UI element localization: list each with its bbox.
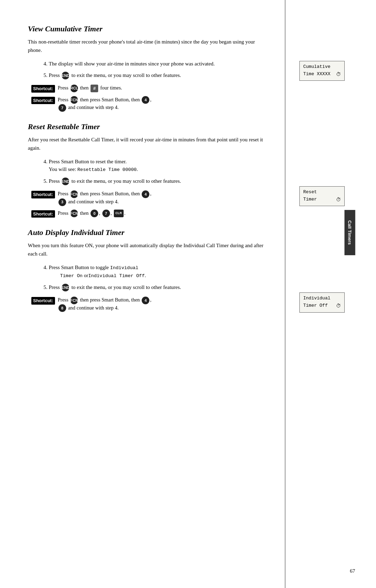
lcd-clock-icon: ⏱ <box>336 302 341 310</box>
shortcut-line: Shortcut: Press FCN then press Smart But… <box>31 296 264 312</box>
lcd-box-inner: Individual <box>303 295 341 302</box>
mono-individual-off: Individual Timer Off <box>88 273 144 279</box>
lcd-line2: Time XXXXX <box>303 71 335 78</box>
section-view-cumulative-timer: View Cumulative Timer This non-resettabl… <box>28 24 264 112</box>
rcl-key: RCL <box>70 85 78 92</box>
step-item: Press Smart Button to toggle Individual … <box>49 264 264 280</box>
lcd-box-inner: Timer Off ⏱ <box>303 302 341 310</box>
fcn-key: FCN <box>70 210 78 217</box>
section-title-individual: Auto Display Individual Timer <box>28 228 264 237</box>
section-auto-display-individual-timer: Auto Display Individual Timer When you t… <box>28 228 264 312</box>
key-4: 4 <box>142 190 149 198</box>
individual-lcd-box: Individual Timer Off ⏱ <box>299 292 345 312</box>
mono-text: Resettable Time 00000 <box>77 167 136 172</box>
shortcut-line: Shortcut: Press RCL then # four times. <box>31 84 264 93</box>
end-key: END <box>62 72 69 79</box>
fcn-key: FCN <box>70 96 78 104</box>
lcd-line1: Reset <box>303 189 341 196</box>
step-text: The display will show your air-time in m… <box>49 61 215 66</box>
key-7: 7 <box>102 210 110 217</box>
page-container: View Cumulative Timer This non-resettabl… <box>0 0 376 588</box>
step-item: Press Smart Button to reset the timer. Y… <box>49 158 264 174</box>
cumulative-lcd-box: Cumulative Time XXXXX ⏱ <box>299 61 345 81</box>
shortcut-text: Press FCN then press Smart Button, then … <box>58 296 264 312</box>
section-body-cumulative: This non-resettable timer records your p… <box>28 38 264 54</box>
key-7: 7 <box>58 104 66 112</box>
fcn-key: FCN <box>70 190 78 198</box>
shortcut-text: Press FCN then 0, 7, CLR. <box>58 210 264 218</box>
lcd-box-inner: Reset <box>303 189 341 196</box>
lcd-clock-icon: ⏱ <box>336 71 341 78</box>
section-body-reset: After you reset the Resettable Call Time… <box>28 135 264 152</box>
clr-key: CLR <box>114 210 124 217</box>
sidebar-lcd-section-individual: Individual Timer Off ⏱ <box>299 292 345 315</box>
shortcut-line: Shortcut: Press FCN then press Smart But… <box>31 96 264 112</box>
sidebar-lcd-section-reset: Reset Timer ⏱ Call Timers <box>299 186 345 209</box>
right-sidebar: Cumulative Time XXXXX ⏱ Reset Timer ⏱ <box>285 0 355 588</box>
hash-key: # <box>91 85 98 92</box>
shortcut-text: Press FCN then press Smart Button, then … <box>58 96 264 112</box>
shortcut-text: Press RCL then # four times. <box>58 84 264 92</box>
key-0: 0 <box>91 210 98 217</box>
end-key: END <box>62 178 69 185</box>
lcd-box-inner: Cumulative <box>303 63 341 71</box>
shortcut-label: Shortcut: <box>31 210 55 218</box>
shortcut-label: Shortcut: <box>31 297 55 305</box>
lcd-box-inner: Time XXXXX ⏱ <box>303 71 341 78</box>
shortcut-line: Shortcut: Press FCN then 0, 7, CLR. <box>31 210 264 218</box>
key-3: 3 <box>58 198 66 206</box>
shortcut-label: Shortcut: <box>31 191 55 198</box>
shortcut-line: Shortcut: Press FCN then press Smart But… <box>31 190 264 206</box>
shortcut-text: Press FCN then press Smart Button, then … <box>58 190 264 206</box>
main-content: View Cumulative Timer This non-resettabl… <box>0 0 285 588</box>
page-number: 67 <box>350 568 355 574</box>
key-4: 4 <box>142 297 149 304</box>
lcd-box-inner: Timer ⏱ <box>303 196 341 204</box>
section-body-individual: When you turn this feature ON, your phon… <box>28 241 264 258</box>
lcd-line2: Timer <box>303 196 335 203</box>
step-item: Press END to exit the menu, or you may s… <box>49 177 264 186</box>
call-timers-tab: Call Timers <box>345 210 355 255</box>
section-title-reset: Reset Resettable Timer <box>28 122 264 131</box>
key-4: 4 <box>142 96 149 104</box>
fcn-key: FCN <box>70 297 78 304</box>
lcd-line1: Individual <box>303 295 341 302</box>
step-item: Press END to exit the menu, or you may s… <box>49 283 264 292</box>
sidebar-lcd-section-cumulative: Cumulative Time XXXXX ⏱ <box>299 61 345 84</box>
lcd-line2: Timer Off <box>303 302 335 309</box>
call-timers-tab-container: Call Timers <box>343 186 355 279</box>
end-key: END <box>62 284 69 291</box>
reset-lcd-box: Reset Timer ⏱ <box>299 186 345 206</box>
section-title-cumulative: View Cumulative Timer <box>28 24 264 33</box>
step-item: The display will show your air-time in m… <box>49 60 264 68</box>
lcd-clock-icon: ⏱ <box>336 196 341 204</box>
shortcut-label: Shortcut: <box>31 97 55 104</box>
key-8: 8 <box>58 304 66 312</box>
steps-list-individual: Press Smart Button to toggle Individual … <box>49 264 264 291</box>
lcd-line1: Cumulative <box>303 63 341 71</box>
step-item: Press END to exit the menu, or you may s… <box>49 71 264 80</box>
section-reset-resettable-timer: Reset Resettable Timer After you reset t… <box>28 122 264 218</box>
shortcut-label: Shortcut: <box>31 85 55 93</box>
steps-list-reset: Press Smart Button to reset the timer. Y… <box>49 158 264 185</box>
steps-list-cumulative: The display will show your air-time in m… <box>49 60 264 79</box>
